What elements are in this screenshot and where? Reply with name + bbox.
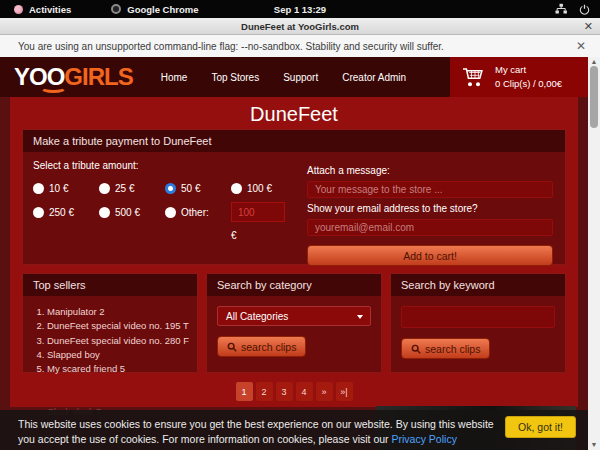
scrollbar-thumb[interactable] <box>590 66 598 128</box>
web-page: YOOGIRLS Home Top Stores Support Creator… <box>0 57 588 450</box>
main-content: DuneFeet Make a tribute payment to DuneF… <box>10 97 578 407</box>
email-label: Show your email address to the store? <box>307 203 553 214</box>
amount-label: 250 € <box>49 207 74 218</box>
amount-options: 10 € 25 € 50 € 100 € 250 € 500 € Other: … <box>33 183 295 241</box>
logo-text-girls: GIRLS <box>64 63 132 90</box>
radio-selected-icon[interactable] <box>165 183 176 194</box>
nav-item-home[interactable]: Home <box>161 72 188 83</box>
keyword-input[interactable] <box>401 306 555 328</box>
amount-label: 25 € <box>115 183 134 194</box>
category-select[interactable]: All Categories <box>217 306 371 326</box>
privacy-policy-link[interactable]: Privacy Policy <box>392 433 457 445</box>
logo-smile-icon <box>40 82 67 93</box>
chevron-down-icon <box>357 315 363 319</box>
infobar-message: You are using an unsupported command-lin… <box>18 41 444 52</box>
amount-label: 500 € <box>115 207 140 218</box>
system-top-bar: Activities Google Chrome Sep 1 13:29 <box>0 0 600 18</box>
page-button-next[interactable]: » <box>316 382 333 401</box>
browser-viewport: YOOGIRLS Home Top Stores Support Creator… <box>0 57 600 450</box>
site-logo[interactable]: YOOGIRLS <box>14 65 133 89</box>
window-titlebar: DuneFeet at YooGirls.com ✕ <box>0 18 600 35</box>
page-button-4[interactable]: 4 <box>296 382 313 401</box>
search-clips-keyword-button[interactable]: search clips <box>401 338 490 359</box>
radio-icon[interactable] <box>99 183 110 194</box>
screen: Activities Google Chrome Sep 1 13:29 Dun… <box>0 0 600 450</box>
page-button-1[interactable]: 1 <box>236 382 253 401</box>
search-icon <box>411 344 421 354</box>
search-icon <box>227 342 237 352</box>
message-input[interactable] <box>307 181 553 198</box>
amount-label: 10 € <box>49 183 68 194</box>
add-to-cart-button[interactable]: Add to cart! <box>307 245 553 266</box>
top-seller-item[interactable]: DuneFeet special video no. 195 T <box>47 319 197 333</box>
window-title: DuneFeet at YooGirls.com <box>241 21 359 32</box>
nav-item-top-stores[interactable]: Top Stores <box>211 72 259 83</box>
page-button-2[interactable]: 2 <box>256 382 273 401</box>
infobar-close-icon[interactable]: ✕ <box>576 39 586 53</box>
radio-icon[interactable] <box>99 207 110 218</box>
page-button-last[interactable]: »| <box>336 382 353 401</box>
pagination: 1 2 3 4 » »| <box>10 382 578 401</box>
amount-radio-100[interactable]: 100 € <box>231 183 295 194</box>
amount-radio-50[interactable]: 50 € <box>165 183 231 194</box>
clock[interactable]: Sep 1 13:29 <box>0 4 600 15</box>
amount-label: 50 € <box>181 183 200 194</box>
top-sellers-panel: Top sellers Manipulator 2 DuneFeet speci… <box>22 273 198 373</box>
search-button-label: search clips <box>425 343 480 355</box>
top-sellers-list: Manipulator 2 DuneFeet special video no.… <box>47 305 197 376</box>
category-selected-value: All Categories <box>226 311 288 322</box>
power-icon[interactable] <box>579 4 590 15</box>
top-seller-item[interactable]: Slapped boy <box>47 348 197 362</box>
currency-symbol: € <box>231 230 295 241</box>
top-seller-item[interactable]: Manipulator 2 <box>47 305 197 319</box>
amount-radio-other[interactable]: Other: <box>165 202 231 222</box>
page-button-3[interactable]: 3 <box>276 382 293 401</box>
cart-label: My cart <box>495 63 562 77</box>
amount-radio-500[interactable]: 500 € <box>99 202 165 222</box>
top-seller-item[interactable]: My scared friend 5 <box>47 362 197 376</box>
tribute-amount-label: Select a tribute amount: <box>33 160 295 171</box>
main-nav: Home Top Stores Support Creator Admin <box>161 72 406 83</box>
search-clips-category-button[interactable]: search clips <box>217 336 306 357</box>
amount-label: Other: <box>181 207 209 218</box>
scroll-down-icon[interactable]: ▼ <box>588 440 600 450</box>
search-keyword-panel: Search by keyword search clips <box>390 273 566 373</box>
search-category-header: Search by category <box>207 274 381 296</box>
cookie-consent-bar: This website uses cookies to ensure you … <box>0 410 588 450</box>
site-header: YOOGIRLS Home Top Stores Support Creator… <box>0 57 588 97</box>
network-icon[interactable] <box>555 3 567 15</box>
nav-item-support[interactable]: Support <box>283 72 318 83</box>
search-button-label: search clips <box>241 341 296 353</box>
my-cart-button[interactable]: My cart 0 Clip(s) / 0,00€ <box>450 57 588 97</box>
other-amount-input[interactable] <box>231 202 285 222</box>
radio-icon[interactable] <box>33 207 44 218</box>
message-label: Attach a message: <box>307 165 553 176</box>
lower-panels: Top sellers Manipulator 2 DuneFeet speci… <box>22 273 566 373</box>
amount-radio-250[interactable]: 250 € <box>33 202 99 222</box>
amount-label: 100 € <box>247 183 272 194</box>
top-seller-item[interactable]: DuneFeet special video no. 280 F <box>47 334 197 348</box>
cart-icon <box>462 66 486 88</box>
chrome-infobar: You are using an unsupported command-lin… <box>0 35 600 57</box>
search-category-panel: Search by category All Categories <box>206 273 382 373</box>
nav-item-creator-admin[interactable]: Creator Admin <box>342 72 406 83</box>
vertical-scrollbar[interactable]: ▲ ▼ <box>588 57 600 450</box>
radio-icon[interactable] <box>231 183 242 194</box>
top-sellers-header: Top sellers <box>23 274 197 296</box>
email-input[interactable] <box>307 219 553 236</box>
radio-icon[interactable] <box>33 183 44 194</box>
amount-radio-25[interactable]: 25 € <box>99 183 165 194</box>
cookie-accept-button[interactable]: Ok, got it! <box>505 416 576 438</box>
tribute-panel: Make a tribute payment to DuneFeet Selec… <box>22 129 566 265</box>
cart-summary: 0 Clip(s) / 0,00€ <box>495 77 562 91</box>
amount-radio-10[interactable]: 10 € <box>33 183 99 194</box>
search-keyword-header: Search by keyword <box>391 274 565 296</box>
window-close-icon[interactable]: ✕ <box>584 20 593 33</box>
tribute-panel-header: Make a tribute payment to DuneFeet <box>23 130 565 152</box>
radio-icon[interactable] <box>165 207 176 218</box>
page-title: DuneFeet <box>10 97 578 129</box>
